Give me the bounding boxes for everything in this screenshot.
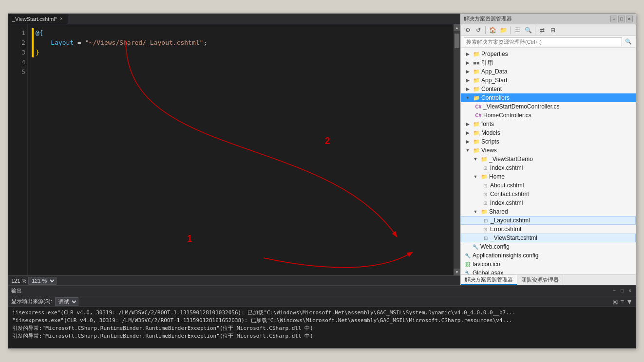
expander-content[interactable]: ▶ xyxy=(464,85,472,93)
razor-icon-contact: ⊡ xyxy=(481,190,489,198)
panel-pin-button[interactable]: − xyxy=(610,16,617,22)
output-clear-button[interactable]: ⊠ xyxy=(612,298,618,306)
tree-item-contact[interactable]: ⊡ Contact.cshtml xyxy=(461,190,636,199)
tree-item-viewstartdemocontroller[interactable]: C# _ViewStartDemoController.cs xyxy=(461,102,636,111)
label-index-home: Index.cshtml xyxy=(490,199,634,206)
expander-fonts[interactable]: ▶ xyxy=(464,120,472,128)
code-eq: = xyxy=(74,38,85,48)
folder-icon-appdata: 📁 xyxy=(473,68,480,75)
label-shared: Shared xyxy=(489,208,634,215)
toolbar-search-icon[interactable]: 🔍 xyxy=(523,25,533,35)
tree-item-error[interactable]: ⊡ Error.cshtml xyxy=(461,225,636,234)
expander-scripts[interactable]: ▶ xyxy=(464,138,472,145)
tree-item-references[interactable]: ▶ ■■ 引用 xyxy=(461,58,636,67)
expander-references[interactable]: ▶ xyxy=(464,59,472,67)
references-icon: ■■ xyxy=(473,59,480,67)
toolbar-collapse-icon[interactable]: ⊟ xyxy=(548,25,558,35)
folder-icon-appstart: 📁 xyxy=(473,76,480,84)
expander-appdata[interactable]: ▶ xyxy=(464,68,472,75)
output-float-button[interactable]: □ xyxy=(619,288,625,293)
tree-item-scripts[interactable]: ▶ 📁 Scripts xyxy=(461,137,636,146)
label-viewstartdemo: _ViewStartDemo xyxy=(489,156,634,163)
tree-item-appdata[interactable]: ▶ 📁 App_Data xyxy=(461,67,636,76)
toolbar-properties-icon[interactable]: ⚙ xyxy=(463,25,473,35)
scrollbar-track[interactable] xyxy=(454,31,460,269)
code-content[interactable]: @{ Layout = "~/Views/Shared/_Layout.csht… xyxy=(28,24,454,275)
output-source-select[interactable]: 调试 xyxy=(55,297,78,306)
file-icon-global: 🔧 xyxy=(464,269,472,274)
code-editor[interactable]: 1 2 3 4 5 @{ xyxy=(8,24,460,275)
expander-controllers[interactable]: ▼ xyxy=(464,94,472,102)
tree-item-properties[interactable]: ▶ 📁 Properties xyxy=(461,50,636,58)
search-submit-button[interactable]: 🔍 xyxy=(624,37,633,46)
tree-item-appinsights[interactable]: 🔧 ApplicationInsights.config xyxy=(461,251,636,260)
zoom-bar: 121 % 121 % 100 % 150 % xyxy=(8,275,460,285)
output-filter-button[interactable]: ▼ xyxy=(626,298,633,306)
tree-item-global[interactable]: 🔧 Global.asax xyxy=(461,269,636,274)
tree-item-shared[interactable]: ▼ 📁 Shared xyxy=(461,207,636,216)
tree-item-webconfig-views[interactable]: 🔧 Web.config xyxy=(461,242,636,251)
tree-item-about[interactable]: ⊡ About.cshtml xyxy=(461,181,636,190)
search-input[interactable] xyxy=(464,37,622,46)
tree-item-views[interactable]: ▼ 📁 Views xyxy=(461,146,636,155)
tree-item-index-home[interactable]: ⊡ Index.cshtml xyxy=(461,199,636,207)
tree-item-viewstartdemo[interactable]: ▼ 📁 _ViewStartDemo xyxy=(461,155,636,163)
output-wordwrap-button[interactable]: ≡ xyxy=(620,298,624,306)
panel-float-button[interactable]: □ xyxy=(618,16,625,22)
tree-item-models[interactable]: ▶ 📁 Models xyxy=(461,128,636,137)
tree-item-favicon[interactable]: 🖼 favicon.ico xyxy=(461,260,636,269)
folder-icon-controllers: 📁 xyxy=(473,94,480,102)
panel-close-button[interactable]: × xyxy=(626,16,633,22)
editor-scrollbar[interactable]: ▲ ▼ xyxy=(454,24,460,275)
label-global: Global.asax xyxy=(473,270,634,274)
toolbar-folder-icon[interactable]: 📁 xyxy=(498,25,508,35)
expander-appstart[interactable]: ▶ xyxy=(464,76,472,84)
code-semicolon: ; xyxy=(203,38,207,48)
expander-shared[interactable]: ▼ xyxy=(472,208,479,216)
output-pin-button[interactable]: − xyxy=(611,288,617,293)
expander-views[interactable]: ▼ xyxy=(464,146,472,154)
tab-team-explorer[interactable]: 团队资源管理器 xyxy=(517,275,563,285)
label-about: About.cshtml xyxy=(490,182,634,189)
output-title-bar: 输出 − □ × xyxy=(8,286,636,296)
output-line-4: 引发的异常:"Microsoft.CSharp.RuntimeBinder.Ru… xyxy=(12,332,632,340)
tab-close-button[interactable]: × xyxy=(59,16,64,22)
tree-item-homecontroller[interactable]: C# HomeController.cs xyxy=(461,111,636,120)
tree-item-controllers[interactable]: ▼ 📁 Controllers xyxy=(461,93,636,102)
solution-explorer-panel: 解决方案资源管理器 − □ × ⚙ ↺ 🏠 📁 ☰ 🔍 ⇄ ⊟ xyxy=(460,14,636,285)
toolbar-home-icon[interactable]: 🏠 xyxy=(488,25,497,35)
toolbar-refresh-icon[interactable]: ↺ xyxy=(474,25,483,35)
code-at-symbol: @{ xyxy=(36,28,43,38)
tree-item-content[interactable]: ▶ 📁 Content xyxy=(461,85,636,93)
editor-tab[interactable]: _ViewStart.cshtml* × xyxy=(8,14,68,24)
tab-team-label: 团队资源管理器 xyxy=(521,276,559,284)
change-indicator-2 xyxy=(32,38,34,48)
output-close-button[interactable]: × xyxy=(627,288,633,293)
tree-item-fonts[interactable]: ▶ 📁 fonts xyxy=(461,120,636,128)
tree-item-viewstart[interactable]: ⊡ _ViewStart.cshtml xyxy=(461,234,636,242)
tree-item-layout[interactable]: ⊡ _Layout.cshtml xyxy=(461,216,636,225)
line-numbers: 1 2 3 4 5 xyxy=(8,24,28,275)
scroll-down-button[interactable]: ▼ xyxy=(454,269,460,275)
tree-item-index-vsd[interactable]: ⊡ Index.cshtml xyxy=(461,163,636,172)
expander-models[interactable]: ▶ xyxy=(464,129,472,137)
scrollbar-thumb[interactable] xyxy=(455,34,459,48)
code-string-value: "~/Views/Shared/_Layout.cshtml" xyxy=(85,38,204,48)
toolbar-sync-icon[interactable]: ⇄ xyxy=(537,25,547,35)
tab-solution-explorer[interactable]: 解决方案资源管理器 xyxy=(461,275,517,285)
output-content[interactable]: iisexpress.exe"(CLR v4.0, 30319: /LM/W3S… xyxy=(8,307,636,348)
expander-home[interactable]: ▼ xyxy=(472,173,479,181)
code-brace-close: } xyxy=(36,48,39,57)
scroll-up-button[interactable]: ▲ xyxy=(454,24,460,31)
code-line-1: @{ xyxy=(32,28,450,38)
tree-view[interactable]: ▶ 📁 Properties ▶ ■■ 引用 ▶ 📁 App_Data xyxy=(461,48,636,274)
label-homecontroller: HomeController.cs xyxy=(483,112,634,119)
zoom-dropdown[interactable]: 121 % 100 % 150 % xyxy=(28,277,57,285)
expander-properties[interactable]: ▶ xyxy=(464,50,472,58)
razor-icon-viewstart: ⊡ xyxy=(482,234,490,242)
solution-explorer-title-bar: 解决方案资源管理器 − □ × xyxy=(461,14,636,24)
expander-viewstartdemo[interactable]: ▼ xyxy=(472,155,479,163)
tree-item-appstart[interactable]: ▶ 📁 App_Start xyxy=(461,76,636,85)
tree-item-home[interactable]: ▼ 📁 Home xyxy=(461,172,636,181)
toolbar-filter-icon[interactable]: ☰ xyxy=(512,25,522,35)
